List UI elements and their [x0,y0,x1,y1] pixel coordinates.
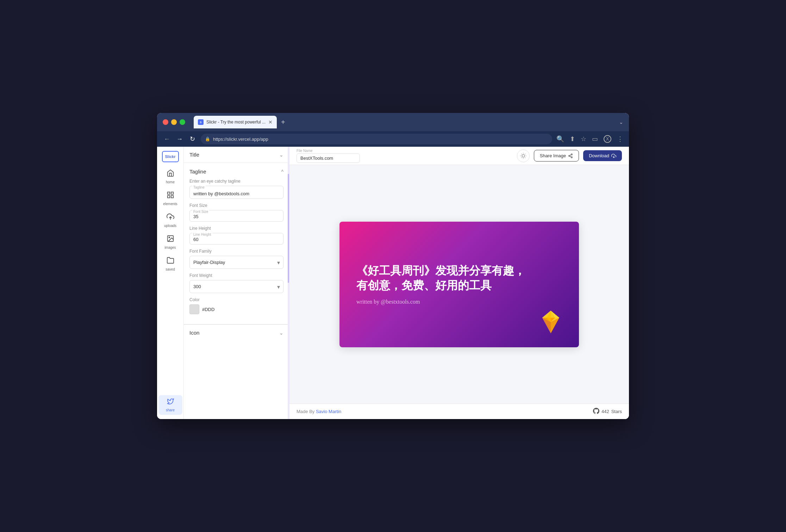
icon-section-header[interactable]: Icon ⌄ [184,324,289,341]
scrollbar-track[interactable] [288,147,289,419]
refresh-button[interactable]: ↻ [188,135,196,143]
home-icon [167,169,174,179]
sidebar-item-images[interactable]: images [158,232,182,252]
stars-label: Stars [611,409,622,414]
canvas-area: 《好工具周刊》发现并分享有趣， 有创意，免费、好用的工具 written by … [289,165,629,404]
diamond-icon [537,308,565,336]
tagline-section: Tagline ^ Enter an eye catchy tagline Ta… [184,163,289,324]
github-icon [593,408,599,416]
font-family-select-wrapper: Playfair-Display Inter Roboto Georgia [189,256,283,269]
og-main-text-line2: 有创意，免费、好用的工具 [356,279,492,292]
tagline-field-label: Tagline [192,185,206,189]
active-tab[interactable]: S Slickr - Try the most powerful ... ✕ [194,116,277,128]
font-weight-label: Font Weight [189,273,283,278]
line-height-wrapper: Line Height [189,233,283,245]
download-label: Download [589,153,609,158]
svg-rect-2 [171,196,173,198]
icon-section-label: Icon [189,330,199,336]
app-content: Slickr home elements uploads [157,147,629,419]
line-height-field-label: Line Height [192,233,212,236]
file-name-label: File Name [297,149,360,153]
tagline-header[interactable]: Tagline ^ [189,169,283,175]
sidebar-logo[interactable]: Slickr [162,151,179,162]
lock-icon: 🔒 [205,137,210,141]
sidebar: Slickr home elements uploads [157,147,184,419]
font-weight-select[interactable]: 100 200 300 400 500 600 700 800 900 [189,280,283,293]
tagline-hint-text: Enter an eye catchy tagline [189,179,283,184]
share-image-label: Share Image [540,153,566,158]
title-bar: S Slickr - Try the most powerful ... ✕ +… [157,113,629,131]
tab-close-button[interactable]: ✕ [268,119,273,125]
brightness-button[interactable] [517,150,530,162]
color-label: Color [189,297,283,302]
forward-button[interactable]: → [175,135,184,143]
file-name-group: File Name [297,149,360,163]
traffic-light-minimize[interactable] [171,119,177,125]
stars-badge[interactable]: 442 Stars [593,408,622,416]
more-options-icon[interactable]: ⋮ [617,135,623,143]
font-size-label: Font Size [189,203,283,208]
download-button[interactable]: Download [583,150,622,161]
sidebar-images-label: images [164,246,176,249]
stars-count: 442 [601,409,609,414]
color-value: #DDD [202,307,214,312]
bookmark-icon[interactable]: ☆ [581,135,586,143]
font-size-field-label: Font Size [192,210,209,214]
svg-point-18 [571,157,573,158]
svg-line-11 [525,157,525,158]
font-weight-select-wrapper: 100 200 300 400 500 600 700 800 900 [189,280,283,293]
svg-point-17 [569,155,570,157]
color-swatch[interactable] [189,304,199,314]
search-icon[interactable]: 🔍 [556,135,564,143]
traffic-light-maximize[interactable] [180,119,185,125]
tagline-section-label: Tagline [189,169,206,175]
sidebar-item-elements[interactable]: elements [158,188,182,209]
svg-rect-3 [167,196,169,198]
svg-point-16 [571,154,573,155]
images-icon [167,235,174,244]
url-bar[interactable]: 🔒 https://slickr.vercel.app/app [201,134,552,144]
sidebar-item-home[interactable]: home [158,166,182,187]
title-section-label: Title [189,152,199,158]
svg-line-15 [525,154,525,154]
elements-icon [167,191,174,201]
svg-line-20 [570,154,571,155]
tagline-chevron-icon: ^ [281,169,283,175]
og-main-text-line1: 《好工具周刊》发现并分享有趣， [356,264,525,277]
file-name-input[interactable] [297,153,360,163]
tab-title: Slickr - Try the most powerful ... [206,120,266,125]
og-tagline: written by @bestxtools.com [356,299,562,305]
traffic-light-close[interactable] [163,119,168,125]
share-image-button[interactable]: Share Image [534,150,579,162]
sidebar-item-uploads[interactable]: uploads [158,210,182,230]
share-icon [167,398,174,407]
icon-chevron-icon: ⌄ [279,330,283,336]
share-browser-icon[interactable]: ⬆ [570,135,575,143]
color-section: Color #DDD [189,297,283,314]
svg-line-19 [570,156,571,157]
uploads-icon [167,213,174,222]
og-main-text: 《好工具周刊》发现并分享有趣， 有创意，免费、好用的工具 [356,264,562,293]
line-height-label: Line Height [189,226,283,231]
new-tab-button[interactable]: + [281,118,285,126]
font-family-select[interactable]: Playfair-Display Inter Roboto Georgia [189,256,283,269]
svg-point-7 [522,154,525,157]
title-section-header[interactable]: Title ⌄ [184,147,289,163]
url-text: https://slickr.vercel.app/app [213,137,268,142]
profile-icon[interactable]: X [604,135,611,143]
sidebar-home-label: home [166,180,175,184]
svg-point-6 [169,237,170,238]
title-chevron-icon: ⌄ [279,152,283,158]
sidebar-share-label: share [166,408,175,412]
traffic-lights [163,119,185,125]
sidebar-share-button[interactable]: share [158,395,182,415]
sidebar-item-saved[interactable]: saved [158,254,182,274]
split-view-icon[interactable]: ▭ [592,135,598,143]
author-link[interactable]: Savio Martin [316,409,341,414]
browser-window: S Slickr - Try the most powerful ... ✕ +… [157,113,629,419]
scrollbar-thumb [288,174,289,283]
address-bar: ← → ↻ 🔒 https://slickr.vercel.app/app 🔍 … [157,131,629,147]
font-size-wrapper: Font Size [189,210,283,222]
toolbar: File Name Share Image Download [289,147,629,165]
back-button[interactable]: ← [163,135,171,143]
